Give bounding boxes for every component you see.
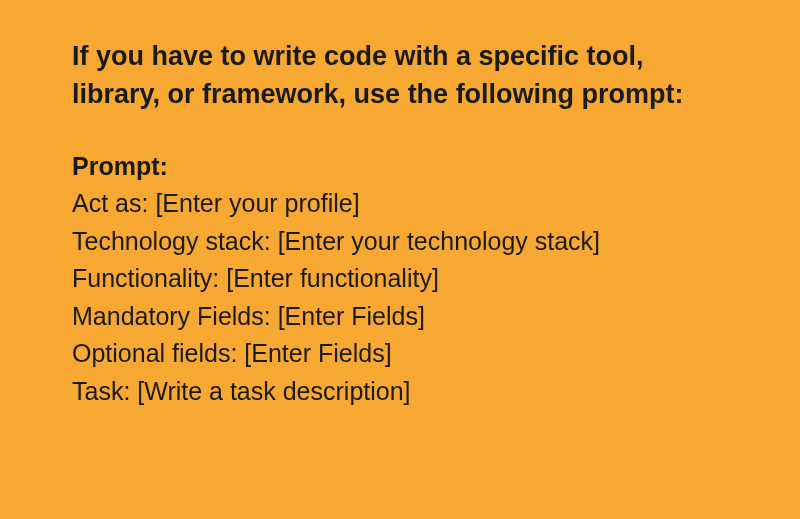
field-label: Optional fields: [72, 339, 244, 367]
heading-text: If you have to write code with a specifi… [72, 38, 728, 114]
field-label: Functionality: [72, 264, 226, 292]
field-label: Task: [72, 377, 137, 405]
prompt-field-technology-stack: Technology stack: [Enter your technology… [72, 223, 728, 261]
field-placeholder: [Enter your profile] [155, 189, 359, 217]
prompt-field-functionality: Functionality: [Enter functionality] [72, 260, 728, 298]
field-label: Mandatory Fields: [72, 302, 278, 330]
prompt-field-optional-fields: Optional fields: [Enter Fields] [72, 335, 728, 373]
field-placeholder: [Enter functionality] [226, 264, 439, 292]
prompt-field-task: Task: [Write a task description] [72, 373, 728, 411]
prompt-field-mandatory-fields: Mandatory Fields: [Enter Fields] [72, 298, 728, 336]
field-label: Act as: [72, 189, 155, 217]
field-placeholder: [Enter Fields] [244, 339, 391, 367]
prompt-label: Prompt: [72, 148, 728, 186]
field-placeholder: [Enter Fields] [278, 302, 425, 330]
prompt-field-act-as: Act as: [Enter your profile] [72, 185, 728, 223]
field-placeholder: [Write a task description] [137, 377, 410, 405]
field-placeholder: [Enter your technology stack] [278, 227, 600, 255]
field-label: Technology stack: [72, 227, 278, 255]
